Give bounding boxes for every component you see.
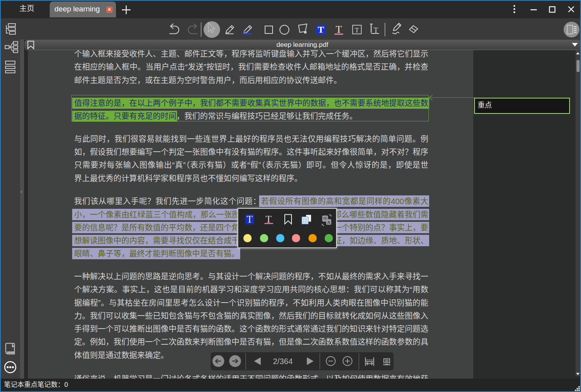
svg-text:A: A [327,220,330,225]
svg-text:T: T [336,24,342,35]
svg-text:2/364: 2/364 [273,357,293,366]
svg-text:T: T [374,26,378,34]
svg-text:T: T [247,214,252,225]
svg-text:T: T [265,214,271,225]
svg-text:T: T [355,27,359,33]
svg-text:T: T [318,24,324,35]
